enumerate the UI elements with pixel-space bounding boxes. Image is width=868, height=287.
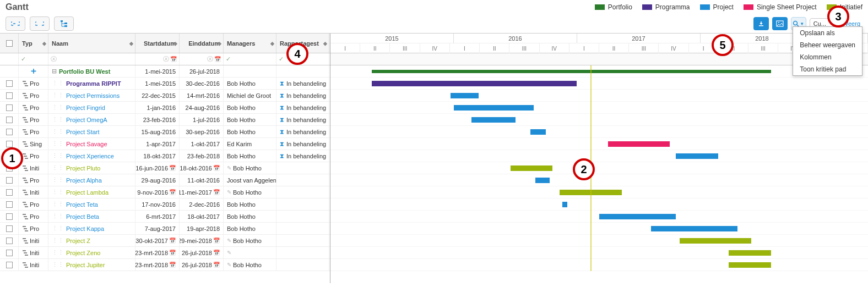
row-checkbox[interactable] [6,104,13,111]
calendar-icon[interactable]: 📅 [169,189,176,195]
row-name-link[interactable]: Project Permissions [66,92,120,99]
pencil-icon[interactable]: ✎ [227,250,231,256]
calendar-icon[interactable]: 📅 [213,238,220,244]
row-checkbox[interactable] [6,177,13,184]
add-row-button[interactable]: ＋ [29,65,38,77]
filter-start-clear-icon[interactable]: ⓧ [163,55,169,63]
row-name-link[interactable]: Project Pluto [66,165,100,172]
gantt-row [330,247,868,259]
calendar-icon[interactable]: 📅 [214,56,221,62]
calendar-icon[interactable]: 📅 [169,165,176,171]
col-managers[interactable]: Managers◆ [224,34,276,53]
tree-collapse-icon[interactable]: ⊟ [52,68,57,75]
row-checkbox[interactable] [6,262,13,268]
row-name-link[interactable]: Project Zeno [66,250,100,256]
row-checkbox[interactable] [6,189,13,196]
row-checkbox[interactable] [6,225,13,232]
gantt-bar[interactable] [535,178,550,183]
export-image-button[interactable] [772,17,788,30]
pencil-icon[interactable]: ✎ [227,165,231,171]
pencil-icon[interactable]: ✎ [227,238,231,244]
select-all-checkbox[interactable] [6,40,13,47]
calendar-icon[interactable]: 📅 [169,250,176,256]
hourglass-icon: ⧗ [280,128,284,135]
svg-rect-43 [25,218,28,219]
row-name-link[interactable]: Project OmegA [66,117,107,123]
col-type[interactable]: Typ◆ [19,34,48,53]
filter-end-clear-icon[interactable]: ⓧ [207,55,213,63]
gantt-row [330,65,868,78]
row-name-link[interactable]: Project Savage [66,141,107,147]
row-checkbox[interactable] [6,80,13,87]
row-name-link[interactable]: Project Lambda [66,189,109,196]
row-checkbox[interactable] [6,201,13,208]
col-naam[interactable]: Naam◆ [48,34,135,53]
row-name-link[interactable]: Project Fingrid [66,104,105,111]
table-row: Pro⋮⋮Project Start15-aug-201630-sep-2016… [0,126,330,138]
annotation-marker-1: 1 [1,147,23,169]
dropdown-opslaan[interactable]: Opslaan als [793,27,862,39]
row-name-link[interactable]: Project Teta [66,201,98,208]
col-start[interactable]: Startdatum◆ [135,34,180,53]
svg-rect-34 [25,182,28,183]
row-checkbox[interactable] [6,213,13,220]
gantt-bar[interactable] [651,226,737,231]
filter-type-icon[interactable]: ✓ [21,56,26,63]
gantt-bar[interactable] [530,129,546,135]
calendar-icon[interactable]: 📅 [169,262,176,268]
gantt-row [330,114,868,126]
filter-mgr-icon[interactable]: ✓ [226,56,231,63]
calendar-icon[interactable]: 📅 [213,250,220,256]
gantt-bar[interactable] [729,250,771,256]
gantt-bar[interactable] [372,70,771,73]
dropdown-kritiek[interactable]: Toon kritiek pad [793,63,862,75]
col-eind[interactable]: Einddatum◆ [180,34,224,53]
row-name-link[interactable]: Project Kappa [66,225,104,232]
gantt-bar[interactable] [608,141,670,147]
row-checkbox[interactable] [6,250,13,256]
svg-rect-19 [25,122,28,123]
type-icon [22,128,30,136]
row-name[interactable]: Portfolio BU West [59,68,110,75]
row-name-link[interactable]: Programma RIPPIT [66,80,121,87]
row-checkbox[interactable] [6,129,13,135]
filter-status-icon[interactable]: ✓ [279,56,284,63]
row-name-link[interactable]: Project Beta [66,213,99,220]
dropdown-kolommen[interactable]: Kolommen [793,51,862,63]
gantt-row [330,78,868,90]
gantt-bar[interactable] [676,153,719,159]
gantt-bar[interactable] [511,165,552,171]
row-name-link[interactable]: Project Z [66,238,90,244]
row-checkbox[interactable] [6,238,13,244]
svg-rect-12 [24,95,27,96]
row-name-link[interactable]: Project Alpha [66,177,102,184]
gantt-bar[interactable] [562,202,567,207]
svg-rect-0 [61,20,63,22]
pencil-icon[interactable]: ✎ [227,262,231,268]
pencil-icon[interactable]: ✎ [227,189,231,195]
row-checkbox[interactable] [6,141,13,147]
export-pdf-button[interactable] [753,17,769,30]
row-name-link[interactable]: Project Xperience [66,153,114,159]
row-name-link[interactable]: Project Jupiter [66,262,105,268]
filter-name-clear-icon[interactable]: ⓧ [51,55,57,63]
calendar-icon[interactable]: 📅 [213,189,220,195]
calendar-icon[interactable]: 📅 [170,56,177,62]
calendar-icon[interactable]: 📅 [213,262,220,268]
gantt-bar[interactable] [729,262,771,268]
row-checkbox[interactable] [6,117,13,123]
row-name-link[interactable]: Project Start [66,129,100,135]
gantt-bar[interactable] [454,105,534,111]
gantt-bar[interactable] [599,214,675,219]
link-button[interactable] [6,16,25,31]
row-checkbox[interactable] [6,92,13,99]
calendar-icon[interactable]: 📅 [213,165,220,171]
gantt-bar[interactable] [372,81,577,86]
gantt-bar[interactable] [471,117,516,123]
calendar-icon[interactable]: 📅 [169,238,176,244]
gantt-bar[interactable] [451,93,479,98]
gantt-bar[interactable] [680,238,751,244]
dropdown-beheer[interactable]: Beheer weergaven [793,39,862,51]
unlink-button[interactable] [30,16,50,31]
hierarchy-button[interactable] [54,16,74,31]
